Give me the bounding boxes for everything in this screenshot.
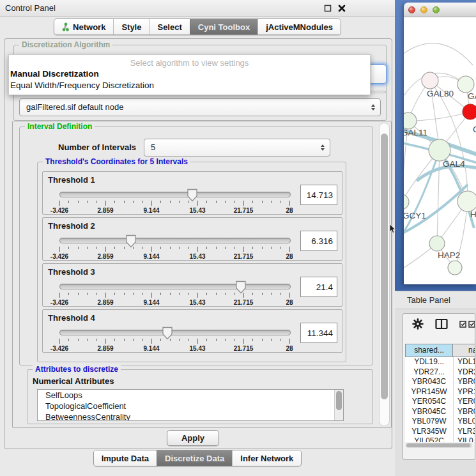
GAL11-node[interactable]	[404, 112, 417, 129]
cell-name: YDR2	[454, 367, 475, 378]
network-icon	[62, 22, 70, 32]
network-view-window: GAL80GACGAL11GAL4GCY1HHAP2	[404, 3, 476, 284]
number-of-intervals-select[interactable]: 5	[144, 139, 330, 157]
attribute-list-item[interactable]: SelfLoops	[38, 390, 343, 401]
slider-ticks	[59, 293, 289, 298]
H-node[interactable]	[457, 191, 476, 211]
cell-name: YBL0	[454, 417, 475, 427]
numerical-attributes-list[interactable]: SelfLoopsTopologicalCoefficientBetweenne…	[37, 389, 344, 421]
threshold-slider[interactable]: -3.4262.8599.14415.4321.71528	[59, 236, 289, 259]
partial-node[interactable]	[448, 261, 462, 275]
horizontal-scrollbar[interactable]	[406, 443, 472, 448]
scrollbar-thumb[interactable]	[381, 134, 388, 399]
slider-track[interactable]	[59, 238, 291, 243]
GAL80-node[interactable]	[422, 72, 438, 89]
table-data-select[interactable]: galFiltered.sif default node	[19, 98, 381, 116]
threshold-slider[interactable]: -3.4262.8599.14415.4321.71528	[59, 282, 289, 305]
float-panel-icon[interactable]	[324, 4, 332, 12]
gear-icon[interactable]	[412, 318, 424, 330]
table-row[interactable]: YBL079WYBL0	[405, 417, 475, 427]
table-row[interactable]: YLR345WYLR3	[405, 427, 475, 437]
cell-shared-name: YBR045C	[405, 407, 454, 417]
GCY1-node[interactable]	[404, 194, 409, 210]
slider-thumb[interactable]	[125, 234, 136, 248]
dropdown-option-equal-width[interactable]: Equal Width/Frequency Discretization	[10, 81, 154, 90]
cell-shared-name: YDL19...	[405, 357, 454, 367]
scrollbar-thumb[interactable]	[406, 443, 470, 447]
slider-thumb[interactable]	[187, 188, 197, 202]
node-label-c: C	[473, 125, 476, 134]
threshold-value-field[interactable]: 11.344	[300, 323, 337, 343]
threshold-value-field[interactable]: 21.4	[300, 277, 337, 297]
table-row[interactable]: YIL052CYIL0	[405, 436, 475, 442]
tab-discretize-data[interactable]: Discretize Data	[157, 450, 232, 466]
tab-style[interactable]: Style	[113, 19, 149, 35]
cell-shared-name: YER054C	[405, 397, 454, 407]
network-edge	[437, 150, 440, 243]
tab-jactivemnodules[interactable]: jActiveMNodules	[257, 19, 341, 35]
cell-shared-name: YPR145W	[405, 387, 454, 397]
slider-track[interactable]	[59, 284, 291, 289]
tab-select[interactable]: Select	[149, 19, 189, 35]
node-label-hap2: HAP2	[438, 250, 460, 260]
slider-thumb[interactable]	[236, 280, 247, 294]
table-row[interactable]: YBR043CYBR0	[405, 377, 475, 387]
table-panel-titlebar: Table Panel	[395, 291, 476, 309]
tab-cyni-toolbox[interactable]: Cyni Toolbox	[190, 19, 257, 35]
checkbox-checked-icon[interactable]	[468, 321, 475, 328]
cell-name: YDL1	[454, 357, 475, 367]
slider-track[interactable]	[59, 330, 291, 335]
table-panel: shared...na YDL19...YDL1YDR27...YDR2YBR0…	[395, 309, 476, 476]
slider-ticks	[59, 339, 289, 344]
threshold-label: Threshold 1	[48, 175, 95, 185]
threshold-panel-1: Threshold 1-3.4262.8599.14415.4321.71528…	[42, 171, 342, 215]
column-header-shared-[interactable]: shared...	[405, 344, 453, 357]
slider-tick-labels: -3.4262.8599.14415.4321.71528	[59, 345, 289, 353]
scrollbar-thumb[interactable]	[336, 391, 342, 410]
control-panel-tabs: NetworkStyleSelectCyni ToolboxjActiveMNo…	[54, 19, 341, 35]
table-row[interactable]: YER054CYER0	[405, 397, 475, 407]
threshold-value-field[interactable]: 14.713	[300, 185, 337, 205]
table-row[interactable]: YDL19...YDL1	[405, 357, 475, 367]
apply-button[interactable]: Apply	[167, 430, 219, 446]
number-of-intervals-label: Number of Intervals	[58, 142, 136, 152]
attribute-list-item[interactable]: TopologicalCoefficient	[38, 401, 343, 411]
table-row[interactable]: YDR27...YDR2	[405, 367, 475, 378]
cell-name: YER0	[454, 397, 475, 407]
threshold-value-field[interactable]: 6.316	[300, 231, 337, 251]
GAL4-node[interactable]	[429, 139, 450, 161]
dropdown-option-manual[interactable]: Manual Discretization	[10, 69, 99, 79]
split-view-icon[interactable]	[435, 318, 448, 330]
close-panel-icon[interactable]	[338, 4, 346, 12]
checkbox-checked-icon[interactable]	[459, 321, 466, 328]
vertical-scrollbar[interactable]	[379, 123, 390, 426]
network-edge	[404, 150, 440, 238]
attribute-list-item[interactable]: BetweennessCentrality	[38, 411, 343, 421]
tab-infer-network[interactable]: Infer Network	[232, 450, 301, 466]
slider-tick-labels: -3.4262.8599.14415.4321.71528	[59, 207, 289, 215]
table-row[interactable]: YPR145WYPR1	[405, 387, 475, 397]
slider-thumb[interactable]	[162, 326, 173, 340]
slider-track[interactable]	[59, 192, 291, 197]
threshold-slider[interactable]: -3.4262.8599.14415.4321.71528	[59, 190, 289, 213]
table-toolbar	[403, 314, 475, 343]
selected-red-node[interactable]	[463, 104, 476, 119]
HAP2-node[interactable]	[429, 236, 445, 251]
slider-ticks	[59, 247, 289, 252]
threshold-slider[interactable]: -3.4262.8599.14415.4321.71528	[59, 328, 289, 351]
network-edge	[408, 112, 470, 121]
mac-zoom-button[interactable]	[433, 6, 440, 13]
column-header-na[interactable]: na	[453, 344, 475, 357]
GAL-right-node[interactable]	[457, 76, 474, 93]
tab-network[interactable]: Network	[54, 19, 113, 35]
tab-impute-data[interactable]: Impute Data	[94, 450, 157, 466]
table-row[interactable]: YBR045CYBR0	[405, 407, 475, 417]
network-canvas[interactable]: GAL80GACGAL11GAL4GCY1HHAP2	[404, 17, 476, 284]
cell-shared-name: YLR345W	[405, 427, 454, 437]
table-panel-title: Table Panel	[407, 291, 450, 309]
mac-close-button[interactable]	[408, 6, 415, 13]
mac-minimize-button[interactable]	[420, 6, 427, 13]
list-scrollbar[interactable]	[334, 390, 343, 420]
network-window-titlebar[interactable]	[404, 3, 476, 17]
combo-spinner-icon	[321, 144, 325, 151]
